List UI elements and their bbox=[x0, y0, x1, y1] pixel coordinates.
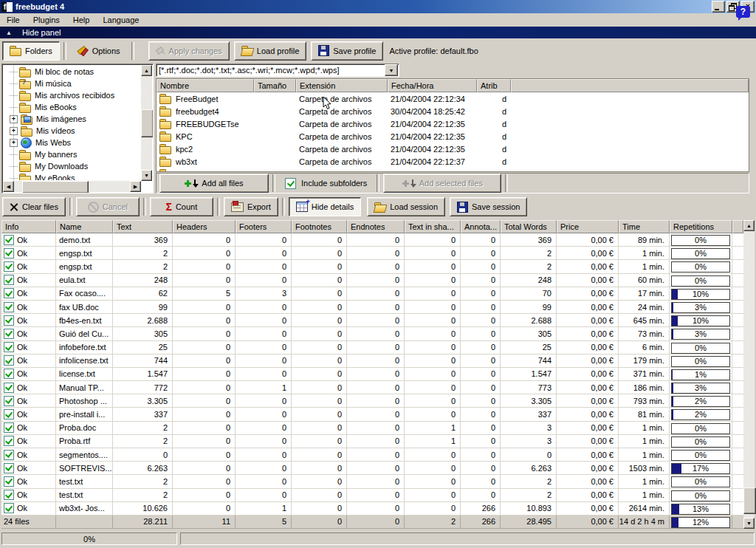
expand-toggle[interactable] bbox=[10, 166, 18, 167]
options-button[interactable]: Options bbox=[70, 41, 128, 61]
column-header[interactable]: Nombre bbox=[157, 79, 254, 92]
expand-toggle[interactable]: + bbox=[10, 115, 18, 123]
column-header[interactable]: Footers bbox=[236, 220, 292, 233]
menu-item[interactable]: Help bbox=[66, 14, 97, 26]
tree-item[interactable]: Mi bloc de notas bbox=[4, 66, 140, 78]
column-header[interactable]: Name bbox=[56, 220, 113, 233]
tree-item[interactable]: Mis archivos recibidos bbox=[4, 89, 140, 101]
expand-toggle[interactable]: + bbox=[10, 127, 18, 135]
checkbox-checked-icon[interactable] bbox=[4, 503, 14, 513]
checkbox-checked-icon[interactable] bbox=[4, 436, 14, 446]
checkbox-checked-icon[interactable] bbox=[4, 422, 14, 433]
save-session-button[interactable]: Save session bbox=[450, 197, 527, 216]
table-row[interactable]: Ok engsp.txt 2 0 0 0 0 0 0 2 0,00 € 1 mi… bbox=[1, 260, 743, 273]
apply-changes-button[interactable]: Apply changes bbox=[148, 41, 230, 61]
column-header[interactable]: Text in sha... bbox=[405, 220, 461, 233]
column-header[interactable]: Footnotes bbox=[292, 220, 347, 233]
column-header[interactable]: Headers bbox=[173, 220, 236, 233]
table-row[interactable]: Ok Proba.rtf 2 0 0 0 0 1 0 3 0,00 € 1 mi… bbox=[1, 435, 743, 448]
checkbox-checked-icon[interactable] bbox=[4, 329, 14, 339]
table-row[interactable]: Ok demo.txt 369 0 0 0 0 0 0 369 0,00 € 8… bbox=[1, 233, 743, 247]
column-header[interactable]: Fecha/Hora bbox=[388, 79, 477, 92]
panel-header[interactable]: ▲ Hide panel bbox=[0, 27, 756, 38]
tree-horizontal-scrollbar[interactable]: ◀ ▶ bbox=[3, 181, 141, 192]
checkbox-checked-icon[interactable] bbox=[4, 450, 14, 460]
chevron-down-icon[interactable]: ▼ bbox=[385, 64, 398, 76]
collapse-icon[interactable]: ▲ bbox=[6, 30, 12, 36]
menu-item[interactable]: Plugins bbox=[27, 14, 66, 26]
column-header[interactable]: Endnotes bbox=[347, 220, 405, 233]
checkbox-checked-icon[interactable] bbox=[4, 288, 14, 298]
scrollbar-thumb[interactable] bbox=[743, 487, 756, 514]
table-row[interactable]: FREEBUDGETse Carpeta de archivos 21/04/2… bbox=[157, 117, 749, 130]
scroll-down-icon[interactable]: ▼ bbox=[743, 518, 755, 529]
table-row[interactable]: Ok infobefore.txt 25 0 0 0 0 0 0 25 0,00… bbox=[1, 341, 743, 355]
table-row[interactable]: wb3xt Carpeta de archivos 21/04/2004 22:… bbox=[157, 155, 749, 168]
checkbox-checked-icon[interactable] bbox=[4, 463, 14, 473]
results-vertical-scrollbar[interactable]: ▲ ▼ bbox=[743, 220, 755, 529]
tree-item[interactable]: + Mis Webs bbox=[4, 137, 140, 148]
file-filter-value[interactable]: [*.rtf;*.doc;*.dot;*.txt;*.asc;*.wri;*.m… bbox=[157, 66, 385, 75]
cancel-button[interactable]: Cancel bbox=[76, 197, 140, 216]
help-icon[interactable]: ? bbox=[736, 6, 750, 18]
table-row[interactable]: Ok wb3xt- Jos... 10.626 0 1 0 0 0 266 10… bbox=[1, 502, 743, 516]
include-subfolders-option[interactable]: Include subfolders bbox=[279, 178, 373, 189]
tree-vertical-scrollbar[interactable]: ▲ ▼ bbox=[141, 65, 152, 181]
column-header[interactable]: Time bbox=[619, 220, 670, 233]
tree-item[interactable]: My eBooks bbox=[4, 172, 140, 180]
expand-toggle[interactable] bbox=[10, 72, 18, 72]
table-row[interactable]: Ok engsp.txt 2 0 0 0 0 0 0 2 0,00 € 1 mi… bbox=[1, 247, 743, 260]
column-header[interactable]: Extensión bbox=[296, 79, 388, 92]
table-row[interactable]: Ok test.txt 2 0 0 0 0 0 0 2 0,00 € 1 min… bbox=[1, 489, 743, 502]
column-header[interactable]: Repetitions bbox=[670, 220, 732, 233]
table-row[interactable]: Ok Photoshop ... 3.305 0 0 0 0 0 0 3.305… bbox=[1, 394, 743, 408]
checkbox-checked-icon[interactable] bbox=[4, 476, 14, 487]
scroll-down-icon[interactable]: ▼ bbox=[141, 170, 152, 181]
table-row[interactable]: Ok segmentos.... 0 0 0 0 0 0 0 0 0,00 € … bbox=[1, 448, 743, 462]
checkbox-checked-icon[interactable] bbox=[4, 369, 14, 379]
clear-files-button[interactable]: Clear files bbox=[2, 197, 66, 216]
scrollbar-thumb[interactable] bbox=[22, 181, 89, 193]
expand-toggle[interactable] bbox=[10, 95, 18, 96]
table-row[interactable]: Ok Guió del Cu... 305 0 0 0 0 0 0 305 0,… bbox=[1, 327, 743, 340]
checkbox-checked-icon[interactable] bbox=[4, 383, 14, 393]
export-button[interactable]: Export bbox=[224, 197, 278, 216]
column-header[interactable]: Price bbox=[557, 220, 619, 233]
table-row[interactable]: Ok infolicense.txt 744 0 0 0 0 0 0 744 0… bbox=[1, 355, 743, 368]
column-header[interactable]: Atrib bbox=[477, 79, 511, 92]
minimize-button[interactable] bbox=[712, 1, 725, 13]
tree-item[interactable]: My banners bbox=[4, 148, 140, 160]
menu-item[interactable]: Language bbox=[96, 14, 145, 26]
checkbox-checked-icon[interactable] bbox=[4, 248, 14, 258]
expand-toggle[interactable] bbox=[10, 154, 18, 155]
checkbox-checked-icon[interactable] bbox=[4, 355, 14, 366]
table-row[interactable]: Ok license.txt 1.547 0 0 0 0 0 0 1.547 0… bbox=[1, 368, 743, 381]
checkbox-checked-icon[interactable] bbox=[4, 342, 14, 352]
load-profile-button[interactable]: Load profile bbox=[234, 41, 307, 61]
checkbox-checked-icon[interactable] bbox=[4, 302, 14, 312]
hide-details-button[interactable]: Hide details bbox=[289, 197, 361, 216]
column-header[interactable]: Annota... bbox=[461, 220, 501, 233]
table-row[interactable]: kpc2 Carpeta de archivos 21/04/2004 22:1… bbox=[157, 143, 749, 155]
checkbox-checked-icon[interactable] bbox=[4, 490, 14, 500]
table-row[interactable]: FreeBudget Carpeta de archivos 21/04/200… bbox=[157, 92, 749, 105]
table-row[interactable]: Ok Fax ocaso.... 62 5 3 0 0 0 0 70 0,00 … bbox=[1, 287, 743, 301]
table-row[interactable]: freebudget4 Carpeta de archivos 30/04/20… bbox=[157, 105, 749, 117]
table-row[interactable]: Ok pre-install i... 337 0 0 0 0 0 0 337 … bbox=[1, 408, 743, 421]
checkbox-checked-icon[interactable] bbox=[4, 275, 14, 285]
checkbox-checked-icon[interactable] bbox=[4, 315, 14, 326]
column-header[interactable]: Text bbox=[113, 220, 173, 233]
expand-toggle[interactable]: + bbox=[10, 139, 18, 147]
tree-item[interactable]: Mis eBooks bbox=[4, 101, 140, 113]
column-header[interactable]: Info bbox=[1, 220, 56, 233]
scrollbar-thumb[interactable] bbox=[141, 109, 154, 137]
scroll-up-icon[interactable]: ▲ bbox=[743, 220, 755, 231]
column-header[interactable]: Total Words bbox=[501, 220, 557, 233]
table-row[interactable]: Ok Manual TP... 772 0 1 0 0 0 0 773 0,00… bbox=[1, 381, 743, 394]
checkbox-checked-icon[interactable] bbox=[285, 178, 296, 189]
table-row[interactable]: Ok SOFTREVIS... 6.263 0 0 0 0 0 0 6.263 … bbox=[1, 462, 743, 475]
checkbox-checked-icon[interactable] bbox=[4, 396, 14, 406]
file-filter-combo[interactable]: [*.rtf;*.doc;*.dot;*.txt;*.asc;*.wri;*.m… bbox=[156, 64, 399, 77]
expand-toggle[interactable] bbox=[10, 178, 18, 179]
tree-item[interactable]: + Mis vídeos bbox=[4, 125, 140, 137]
